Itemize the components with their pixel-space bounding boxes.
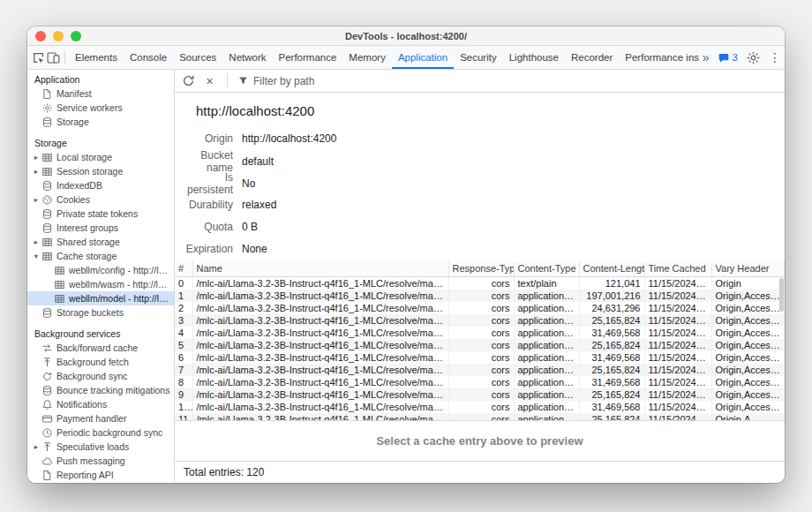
tab-sources[interactable]: Sources — [173, 46, 222, 69]
tree-expand-icon[interactable]: ▸ — [31, 442, 41, 451]
sidebar-item-speculative-loads[interactable]: ▸Speculative loads — [27, 440, 174, 454]
cache-entry-row[interactable]: 9/mlc-ai/Llama-3.2-3B-Instruct-q4f16_1-M… — [175, 388, 785, 401]
cache-entry-row[interactable]: 7/mlc-ai/Llama-3.2-3B-Instruct-q4f16_1-M… — [175, 364, 785, 376]
sidebar-item-back-forward-cache[interactable]: Back/forward cache — [27, 341, 174, 355]
tab-application[interactable]: Application — [392, 46, 454, 69]
sidebar-item-storage-buckets[interactable]: Storage buckets — [27, 305, 174, 320]
cache-entry-row[interactable]: 4/mlc-ai/Llama-3.2-3B-Instruct-q4f16_1-M… — [175, 327, 785, 339]
cell-content-type: application/oc… — [514, 351, 579, 364]
tree-section-gap — [27, 320, 174, 327]
sidebar-item-label: Service workers — [56, 102, 125, 113]
sidebar-item-label: Back/forward cache — [56, 343, 140, 353]
tab-console[interactable]: Console — [124, 46, 173, 69]
tree-expand-icon[interactable]: ▸ — [31, 167, 41, 176]
column-header-content-type[interactable]: Content-Type — [514, 261, 579, 276]
cache-entry-row[interactable]: 8/mlc-ai/Llama-3.2-3B-Instruct-q4f16_1-M… — [175, 376, 785, 388]
cell-content-length: 121,041 — [579, 276, 644, 290]
issues-counter-button[interactable]: 3 — [718, 52, 738, 64]
cache-entry-row[interactable]: 10/mlc-ai/Llama-3.2-3B-Instruct-q4f16_1-… — [175, 401, 785, 413]
tree-expand-icon[interactable]: ▸ — [31, 237, 41, 246]
tab-network[interactable]: Network — [222, 46, 272, 69]
cache-entry-row[interactable]: 3/mlc-ai/Llama-3.2-3B-Instruct-q4f16_1-M… — [175, 314, 785, 327]
minimize-window-button[interactable] — [53, 31, 64, 41]
sidebar-item-periodic-background-sync[interactable]: Periodic background sync — [27, 425, 174, 440]
inspect-element-icon[interactable] — [31, 50, 46, 65]
cache-entry-row[interactable]: 11/mlc-ai/Llama-3.2-3B-Instruct-q4f16_1-… — [175, 413, 785, 422]
sidebar-item-session-storage[interactable]: ▸Session storage — [27, 164, 174, 178]
sidebar-item-private-state-tokens[interactable]: Private state tokens — [27, 207, 174, 221]
sidebar-item-cookies[interactable]: ▸Cookies — [27, 192, 174, 207]
tab-elements[interactable]: Elements — [69, 46, 124, 69]
sidebar-item-notifications[interactable]: Notifications — [27, 397, 174, 411]
cache-entry-row[interactable]: 6/mlc-ai/Llama-3.2-3B-Instruct-q4f16_1-M… — [175, 351, 785, 364]
sidebar-item-webllm-config-http-loc[interactable]: webllm/config - http://loc… — [27, 263, 174, 277]
table-scrollbar[interactable] — [779, 278, 784, 312]
sidebar-section-background-services: Background services — [27, 327, 174, 341]
sidebar-item-indexeddb[interactable]: IndexedDB — [27, 178, 174, 192]
column-header-content-length[interactable]: Content-Length — [579, 261, 644, 276]
tab-lighthouse[interactable]: Lighthouse — [503, 46, 565, 69]
cache-entry-row[interactable]: 1/mlc-ai/Llama-3.2-3B-Instruct-q4f16_1-M… — [175, 290, 785, 302]
document-icon — [41, 470, 53, 481]
sidebar-item-label: Payment handler — [56, 413, 129, 424]
cell-vary-header: Origin,Access… — [711, 376, 785, 388]
tab-performance[interactable]: Performance — [273, 46, 343, 69]
cell-name: /mlc-ai/Llama-3.2-3B-Instruct-q4f16_1-ML… — [192, 290, 448, 302]
tab-performance-insights[interactable]: Performance insights — [619, 46, 699, 69]
sidebar-item-background-fetch[interactable]: Background fetch — [27, 355, 174, 369]
sidebar-item-local-storage[interactable]: ▸Local storage — [27, 150, 174, 164]
cache-entry-row[interactable]: 0/mlc-ai/Llama-3.2-3B-Instruct-q4f16_1-M… — [175, 276, 785, 290]
settings-gear-icon[interactable] — [746, 50, 761, 65]
column-header-vary-header[interactable]: Vary Header — [711, 261, 785, 276]
tab-label: Recorder — [571, 52, 613, 63]
close-window-button[interactable] — [35, 31, 46, 41]
tab-security[interactable]: Security — [454, 46, 503, 69]
kebab-menu-icon[interactable]: ⋮ — [769, 50, 776, 64]
zoom-window-button[interactable] — [71, 31, 81, 41]
column-header-response-type[interactable]: Response-Type — [448, 261, 514, 276]
sidebar-item-webllm-wasm-http-loca[interactable]: webllm/wasm - http://loca… — [27, 277, 174, 291]
cell-time-cached: 11/15/2024, 10… — [644, 290, 711, 302]
sidebar-item-manifest[interactable]: Manifest — [27, 87, 174, 101]
sidebar-item-storage[interactable]: Storage — [27, 115, 174, 129]
sidebar-item-label: Background sync — [56, 371, 131, 381]
sidebar-item-shared-storage[interactable]: ▸Shared storage — [27, 235, 174, 249]
cell-content-length: 197,001,216 — [579, 290, 644, 302]
device-toolbar-icon[interactable] — [46, 50, 61, 65]
cell-name: /mlc-ai/Llama-3.2-3B-Instruct-q4f16_1-ML… — [192, 413, 448, 422]
cell-vary-header: Origin,Access… — [711, 364, 785, 376]
sidebar-item-payment-handler[interactable]: Payment handler — [27, 411, 174, 425]
sidebar-item-bounce-tracking-mitigations[interactable]: Bounce tracking mitigations — [27, 383, 174, 397]
tab-recorder[interactable]: Recorder — [565, 46, 619, 69]
tree-collapse-icon[interactable]: ▾ — [31, 252, 41, 260]
more-panels-button[interactable]: » — [703, 50, 710, 64]
column-header-[interactable]: # — [175, 261, 192, 276]
tab-memory[interactable]: Memory — [342, 46, 392, 69]
tab-label: Network — [229, 52, 266, 63]
sidebar-item-reporting-api[interactable]: Reporting API — [27, 468, 174, 482]
sidebar-item-background-sync[interactable]: Background sync — [27, 369, 174, 383]
cache-entry-row[interactable]: 2/mlc-ai/Llama-3.2-3B-Instruct-q4f16_1-M… — [175, 302, 785, 314]
detail-label: Quota — [178, 221, 233, 233]
cell-time-cached: 11/15/2024, 10… — [644, 327, 711, 339]
tab-label: Console — [130, 52, 167, 63]
cell-: 8 — [175, 376, 192, 388]
refresh-icon[interactable] — [181, 73, 196, 88]
sidebar-item-push-messaging[interactable]: Push messaging — [27, 454, 174, 468]
filter-by-path-input[interactable]: Filter by path — [237, 75, 314, 87]
column-header-name[interactable]: Name — [192, 261, 448, 276]
panel-tabs: ElementsConsoleSourcesNetworkPerformance… — [69, 46, 699, 69]
tree-expand-icon[interactable]: ▸ — [31, 153, 41, 162]
cache-storage-panel: × Filter by path http://localhost:4200 O… — [175, 70, 785, 483]
tree-expand-icon[interactable]: ▸ — [31, 195, 41, 204]
detail-is-persistent: Is persistentNo — [178, 171, 785, 193]
delete-selected-icon[interactable]: × — [202, 73, 217, 88]
cell-vary-header: Origin — [711, 276, 785, 290]
sidebar-item-interest-groups[interactable]: Interest groups — [27, 221, 174, 235]
sidebar-item-webllm-model-http-loc[interactable]: webllm/model - http://loc… — [27, 291, 174, 305]
sidebar-item-service-workers[interactable]: Service workers — [27, 101, 174, 115]
column-header-time-cached[interactable]: Time Cached — [644, 261, 711, 276]
sidebar-item-cache-storage[interactable]: ▾Cache storage — [27, 249, 174, 263]
cache-entry-row[interactable]: 5/mlc-ai/Llama-3.2-3B-Instruct-q4f16_1-M… — [175, 339, 785, 351]
cell-response-type: cors — [448, 413, 514, 422]
